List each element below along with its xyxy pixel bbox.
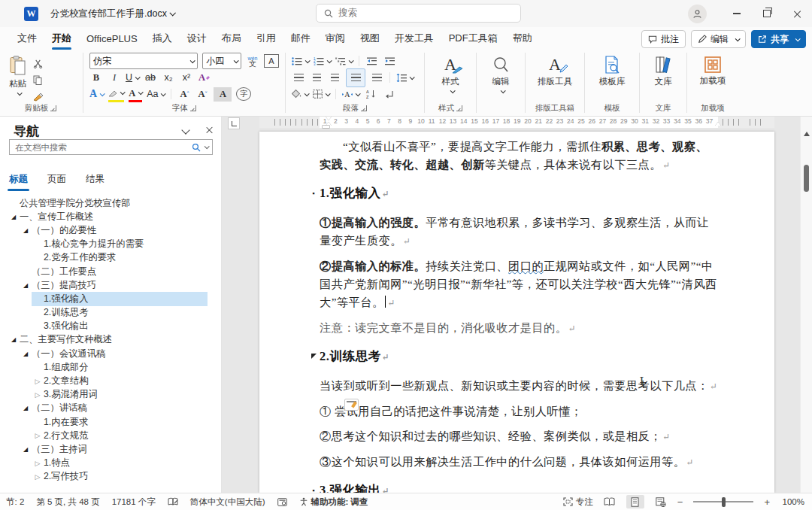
- font-name-select[interactable]: 仿宋: [89, 53, 198, 69]
- ribbon-tab-OfficePLUS[interactable]: OfficePLUS: [80, 29, 144, 48]
- heading-collapse-marker-icon[interactable]: [308, 348, 319, 366]
- ribbon-tab-开始[interactable]: 开始: [45, 28, 78, 49]
- nav-tree-item[interactable]: ▷2.写作技巧: [32, 470, 208, 484]
- doc-heading[interactable]: ▪1.强化输入↵: [320, 184, 718, 203]
- styles-button[interactable]: A 样式: [431, 53, 470, 96]
- nav-expanded-marker-icon[interactable]: ◢: [8, 214, 20, 220]
- nav-search-input[interactable]: [14, 142, 192, 153]
- close-button[interactable]: [782, 0, 812, 27]
- zoom-percent[interactable]: 100%: [777, 497, 804, 506]
- nav-pane-close-icon[interactable]: [206, 126, 214, 134]
- account-avatar[interactable]: [688, 5, 707, 23]
- doc-paragraph[interactable]: 当读到或听到一些新观点、新知识或主要内容的时候，需要思考以下几点：↵: [320, 377, 718, 396]
- subscript-button[interactable]: x₂: [162, 71, 175, 85]
- ribbon-tab-PDF工具箱[interactable]: PDF工具箱: [442, 28, 504, 49]
- right-indent-marker[interactable]: [715, 122, 721, 126]
- change-case-button[interactable]: Aa: [147, 87, 165, 102]
- nav-tree-item[interactable]: ◢（一）会议通讯稿: [20, 347, 208, 360]
- numbering-button[interactable]: 123: [314, 54, 331, 68]
- read-mode-button[interactable]: [601, 495, 619, 508]
- superscript-button[interactable]: x²: [180, 71, 193, 85]
- character-border-button[interactable]: A: [264, 54, 279, 68]
- nav-tree-item[interactable]: 1.内在要求: [32, 415, 208, 429]
- accessibility-status-button[interactable]: 辅助功能: 调查: [299, 496, 368, 508]
- left-indent-marker[interactable]: [323, 126, 329, 128]
- nav-tree-item[interactable]: ▷1.特点: [32, 457, 208, 470]
- clear-formatting-button[interactable]: A: [198, 71, 211, 85]
- doc-paragraph[interactable]: ③这个知识可以用来解决生活工作中的什么问题，具体该如何运用等。↵: [320, 453, 718, 472]
- nav-tab-标题[interactable]: 标题: [9, 173, 28, 190]
- cut-button[interactable]: [31, 56, 44, 71]
- ribbon-tab-邮件[interactable]: 邮件: [284, 28, 317, 49]
- paste-button[interactable]: 粘贴: [5, 53, 31, 104]
- doc-heading[interactable]: 2.训练思考↵: [320, 348, 718, 366]
- nav-tree-item[interactable]: ▷3.易混淆用词: [32, 388, 208, 402]
- word-count[interactable]: 17181 个字: [112, 496, 156, 508]
- zoom-out-button[interactable]: −: [677, 496, 683, 508]
- nav-tree-item[interactable]: ◢（一）的必要性: [20, 223, 208, 237]
- page-indicator[interactable]: 第 5 页, 共 48 页: [36, 496, 99, 508]
- sort-button[interactable]: AZ: [364, 87, 377, 102]
- nav-tree-item[interactable]: （二）工作要点: [20, 265, 208, 278]
- nav-tree-item[interactable]: 2.训练思考: [32, 306, 208, 320]
- line-spacing-button[interactable]: [396, 71, 414, 85]
- ribbon-tab-帮助[interactable]: 帮助: [506, 28, 539, 49]
- nav-tree-item[interactable]: 1.强化输入: [32, 292, 208, 305]
- language-indicator[interactable]: 简体中文(中国大陆): [190, 496, 265, 508]
- align-right-button[interactable]: [328, 71, 341, 85]
- multilevel-list-button[interactable]: [335, 54, 353, 68]
- styles-dialog-launcher[interactable]: [456, 105, 462, 111]
- distributed-button[interactable]: [370, 71, 383, 85]
- nav-tree-item[interactable]: 3.强化输出: [32, 320, 208, 333]
- doc-paragraph[interactable]: ②思考这个知识和过去的哪些知识、经验、案例类似，或是相反；↵: [320, 427, 718, 446]
- bold-button[interactable]: B: [89, 71, 103, 85]
- nav-expanded-marker-icon[interactable]: ◢: [20, 446, 32, 453]
- copy-button[interactable]: [31, 73, 44, 87]
- zoom-in-button[interactable]: +: [764, 496, 770, 508]
- zoom-slider[interactable]: [693, 501, 753, 502]
- grow-font-button[interactable]: Aˆ: [177, 87, 191, 102]
- doc-paragraph[interactable]: “文似看山不喜平”，要提高文字工作能力，需抓住积累、思考、观察、实践、交流、转化…: [320, 138, 718, 175]
- phonetic-guide-button[interactable]: wén文: [246, 54, 259, 68]
- focus-mode-button[interactable]: 专注: [563, 496, 593, 508]
- editing-mode-button[interactable]: 编辑: [691, 30, 746, 48]
- clipboard-dialog-launcher[interactable]: [50, 105, 56, 111]
- document-page[interactable]: “文似看山不喜平”，要提高文字工作能力，需抓住积累、思考、观察、实践、交流、转化…: [259, 132, 774, 493]
- ribbon-tab-文件[interactable]: 文件: [11, 28, 44, 49]
- nav-pane-options-chevron[interactable]: [181, 126, 189, 134]
- underline-button[interactable]: U: [126, 71, 139, 85]
- scroll-up-arrow-icon[interactable]: [804, 132, 810, 136]
- nav-tab-结果[interactable]: 结果: [86, 173, 105, 190]
- doc-paragraph[interactable]: 注意：读完文章不是目的，消化吸收才是目的。↵: [320, 319, 718, 338]
- align-left-button[interactable]: [292, 71, 305, 85]
- nav-tree-item[interactable]: ◢一、宣传工作概述: [8, 210, 208, 223]
- share-button[interactable]: 共享: [751, 30, 806, 48]
- show-marks-button[interactable]: [382, 87, 395, 102]
- decrease-indent-button[interactable]: [365, 54, 379, 68]
- nav-expanded-marker-icon[interactable]: ◢: [20, 351, 32, 357]
- library-button[interactable]: 文库: [646, 53, 680, 90]
- nav-tree-item[interactable]: 2.党务工作的要求: [32, 251, 208, 265]
- doc-paragraph[interactable]: ① 尝试用自己的话把这件事说清楚，让别人听懂；: [320, 402, 718, 420]
- template-library-button[interactable]: 模板库: [591, 53, 633, 90]
- ribbon-tab-审阅[interactable]: 审阅: [319, 28, 352, 49]
- character-shading-button[interactable]: A: [214, 87, 232, 102]
- nav-expanded-marker-icon[interactable]: ◢: [20, 227, 32, 234]
- enclose-characters-button[interactable]: 字: [236, 87, 251, 101]
- nav-search-box[interactable]: [9, 139, 213, 155]
- comments-button[interactable]: 批注: [641, 30, 686, 48]
- format-painter-button[interactable]: [31, 90, 44, 104]
- first-line-indent-marker[interactable]: [326, 117, 332, 120]
- nav-tree-item[interactable]: ◢（三）提高技巧: [20, 278, 208, 292]
- proofing-status-button[interactable]: [168, 497, 178, 506]
- shading-button[interactable]: [292, 87, 308, 102]
- nav-collapsed-marker-icon[interactable]: ▷: [32, 432, 44, 439]
- doc-paragraph[interactable]: ①提高输入的强度。平常有意识地积累，多读书学习、多观察生活，从而让量变产生质变。…: [320, 214, 718, 250]
- shrink-font-button[interactable]: Aˇ: [195, 87, 209, 102]
- autocorrect-options-icon[interactable]: [344, 399, 359, 411]
- bullets-button[interactable]: [292, 54, 309, 68]
- minimize-button[interactable]: [722, 0, 752, 27]
- align-center-button[interactable]: [310, 71, 323, 85]
- ribbon-tab-布局[interactable]: 布局: [215, 28, 248, 49]
- font-dialog-launcher[interactable]: [190, 105, 196, 111]
